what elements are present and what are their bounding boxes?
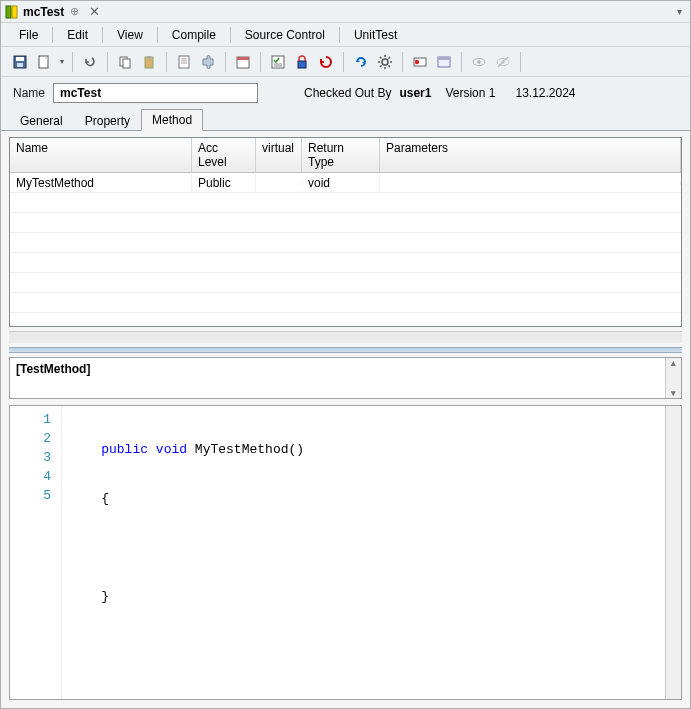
tab-bar: General Property Method xyxy=(1,109,690,131)
svg-point-36 xyxy=(477,60,481,64)
grid-cell-virtual xyxy=(256,181,302,185)
grid-header-return[interactable]: Return Type xyxy=(302,138,380,172)
window-title: mcTest xyxy=(23,5,64,19)
version-label: Version 1 xyxy=(445,86,495,100)
document-button[interactable] xyxy=(173,51,195,73)
grid-row-empty[interactable] xyxy=(10,193,681,213)
menu-edit[interactable]: Edit xyxy=(57,26,98,44)
eye-off-button[interactable] xyxy=(492,51,514,73)
svg-line-30 xyxy=(389,57,391,59)
grid-row-empty[interactable] xyxy=(10,233,681,253)
code-editor[interactable]: 1 2 3 4 5 public void MyTestMethod() { } xyxy=(9,405,682,700)
svg-rect-3 xyxy=(16,57,24,61)
pin-icon[interactable]: ⊕ xyxy=(70,5,79,18)
menu-view[interactable]: View xyxy=(107,26,153,44)
puzzle-button[interactable] xyxy=(197,51,219,73)
eye-button[interactable] xyxy=(468,51,490,73)
tab-property[interactable]: Property xyxy=(74,110,141,131)
lock-button[interactable] xyxy=(291,51,313,73)
grid-row-empty[interactable] xyxy=(10,293,681,313)
editor-scrollbar[interactable] xyxy=(665,406,681,699)
svg-rect-7 xyxy=(123,59,130,68)
undo-button[interactable] xyxy=(79,51,101,73)
code-line xyxy=(70,636,304,655)
tab-close-button[interactable]: ✕ xyxy=(85,4,104,19)
svg-rect-10 xyxy=(179,56,189,68)
grid-header-virtual[interactable]: virtual xyxy=(256,138,302,172)
checked-out-label: Checked Out By xyxy=(304,86,391,100)
paste-button[interactable] xyxy=(138,51,160,73)
code-area[interactable]: public void MyTestMethod() { } xyxy=(62,406,312,699)
grid-header-acc[interactable]: Acc Level xyxy=(192,138,256,172)
menu-unittest[interactable]: UnitTest xyxy=(344,26,407,44)
grid-header-row: Name Acc Level virtual Return Type Param… xyxy=(10,138,681,173)
svg-line-27 xyxy=(380,57,382,59)
toolbar-separator xyxy=(343,52,344,72)
name-input[interactable] xyxy=(53,83,258,103)
menu-file[interactable]: File xyxy=(9,26,48,44)
grid-header-params[interactable]: Parameters xyxy=(380,138,681,172)
code-line xyxy=(70,538,304,557)
grid-row-empty[interactable] xyxy=(10,213,681,233)
svg-rect-21 xyxy=(298,61,306,68)
form-button[interactable] xyxy=(433,51,455,73)
window-menu-dropdown[interactable]: ▾ xyxy=(673,6,686,17)
grid-header-name[interactable]: Name xyxy=(10,138,192,172)
grid-row-empty[interactable] xyxy=(10,273,681,293)
grid-horizontal-scrollbar[interactable] xyxy=(9,331,682,343)
save-button[interactable] xyxy=(9,51,31,73)
scroll-down-icon[interactable]: ▾ xyxy=(671,388,676,398)
titlebar: mcTest ⊕ ✕ ▾ xyxy=(1,1,690,23)
gear-button[interactable] xyxy=(374,51,396,73)
method-grid-container: Name Acc Level virtual Return Type Param… xyxy=(1,131,690,327)
svg-rect-34 xyxy=(438,57,450,60)
grid-row[interactable]: MyTestMethod Public void xyxy=(10,173,681,193)
line-number: 5 xyxy=(14,486,51,505)
grid-cell-name: MyTestMethod xyxy=(10,174,192,192)
new-button[interactable] xyxy=(33,51,55,73)
toolbar: ▾ xyxy=(1,47,690,77)
attribute-textbox[interactable]: [TestMethod] ▴▾ xyxy=(9,357,682,399)
check-list-button[interactable] xyxy=(267,51,289,73)
menu-separator xyxy=(52,27,53,43)
attribute-text: [TestMethod] xyxy=(16,362,90,376)
menubar: File Edit View Compile Source Control Un… xyxy=(1,23,690,47)
menu-separator xyxy=(102,27,103,43)
svg-rect-4 xyxy=(17,63,23,67)
menu-source-control[interactable]: Source Control xyxy=(235,26,335,44)
line-number: 1 xyxy=(14,410,51,429)
line-number-gutter: 1 2 3 4 5 xyxy=(10,406,62,699)
menu-separator xyxy=(339,27,340,43)
new-dropdown[interactable]: ▾ xyxy=(57,57,66,66)
grid-row-empty[interactable] xyxy=(10,253,681,273)
svg-rect-9 xyxy=(147,56,151,59)
menu-compile[interactable]: Compile xyxy=(162,26,226,44)
svg-point-32 xyxy=(415,59,419,63)
copy-button[interactable] xyxy=(114,51,136,73)
breakpoint-button[interactable] xyxy=(409,51,431,73)
revert-button[interactable] xyxy=(315,51,337,73)
splitter[interactable] xyxy=(9,347,682,353)
app-icon xyxy=(5,5,19,19)
method-grid[interactable]: Name Acc Level virtual Return Type Param… xyxy=(9,137,682,327)
toolbar-separator xyxy=(225,52,226,72)
menu-separator xyxy=(230,27,231,43)
date-label: 13.12.2024 xyxy=(515,86,575,100)
toolbar-separator xyxy=(72,52,73,72)
attribute-scrollbar[interactable]: ▴▾ xyxy=(665,358,681,398)
refresh-button[interactable] xyxy=(350,51,372,73)
line-number: 3 xyxy=(14,448,51,467)
tab-method[interactable]: Method xyxy=(141,109,203,131)
info-bar: Name Checked Out By user1 Version 1 13.1… xyxy=(1,77,690,109)
calendar-button[interactable] xyxy=(232,51,254,73)
svg-rect-0 xyxy=(6,6,11,18)
grid-cell-acc: Public xyxy=(192,174,256,192)
scroll-up-icon[interactable]: ▴ xyxy=(671,358,676,368)
tab-general[interactable]: General xyxy=(9,110,74,131)
checked-out-user: user1 xyxy=(399,86,431,100)
svg-point-22 xyxy=(382,59,388,65)
app-window: mcTest ⊕ ✕ ▾ File Edit View Compile Sour… xyxy=(0,0,691,709)
toolbar-separator xyxy=(461,52,462,72)
toolbar-separator xyxy=(166,52,167,72)
svg-line-29 xyxy=(380,65,382,67)
